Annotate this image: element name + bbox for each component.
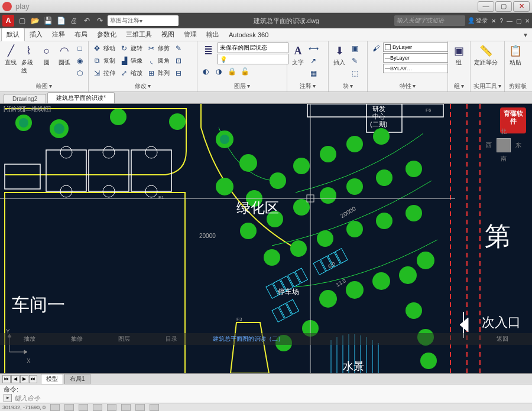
tab-view[interactable]: 视图: [157, 28, 179, 41]
history-item[interactable]: 图层: [118, 335, 130, 343]
layer-current-combo[interactable]: 💡: [218, 54, 288, 64]
lwt-toggle[interactable]: [150, 404, 159, 411]
snap-toggle[interactable]: [50, 404, 60, 411]
tab-output[interactable]: 输出: [202, 28, 224, 41]
scale-button[interactable]: ⤢缩放: [118, 67, 144, 79]
exchange-icon[interactable]: ✕: [491, 18, 496, 24]
viewport-label[interactable]: [-][俯视][二维线框]: [4, 105, 51, 113]
dim-button[interactable]: ⟷: [307, 43, 319, 54]
maximize-button[interactable]: ▢: [495, 1, 512, 12]
tab-default[interactable]: 默认: [1, 28, 25, 41]
tab-first-icon[interactable]: ⏮: [2, 375, 11, 383]
close-button[interactable]: ✕: [513, 1, 530, 12]
insert-button[interactable]: ⬇插入: [331, 43, 348, 68]
modify-extra3[interactable]: ⊟: [173, 67, 184, 79]
inner-min[interactable]: —: [507, 18, 512, 24]
history-item[interactable]: 抽修: [71, 335, 83, 343]
circle-button[interactable]: ○圆: [38, 43, 55, 68]
modify-extra1[interactable]: ✎: [173, 43, 184, 54]
plot-icon[interactable]: 🖨: [69, 15, 79, 26]
open-icon[interactable]: 📂: [30, 15, 40, 26]
line-button[interactable]: ╱直线: [2, 43, 19, 68]
doctab-current[interactable]: 建筑总平面的识读*: [47, 92, 115, 103]
group-button[interactable]: ▣组: [450, 43, 467, 68]
osnap-toggle[interactable]: [107, 404, 116, 411]
rotate-button[interactable]: ↻旋转: [118, 43, 144, 54]
stretch-button[interactable]: ⇲拉伸: [91, 67, 117, 79]
arc-button[interactable]: ◠圆弧: [56, 43, 73, 68]
rotate-icon: ↻: [120, 44, 128, 53]
trim-button[interactable]: ✂修剪: [145, 43, 171, 54]
tab-annotate[interactable]: 注释: [47, 28, 70, 41]
measure-button[interactable]: 📏定距等分: [473, 43, 499, 68]
drawing-canvas[interactable]: [-][俯视][二维线框] 绿化区 车间一 停车场 水景 研发 中心 (二期) …: [0, 104, 532, 373]
help-search[interactable]: 输入关键字或短语: [394, 15, 465, 26]
move-button[interactable]: ✥移动: [91, 43, 117, 54]
mirror-button[interactable]: ▟镜像: [118, 55, 144, 67]
layer-tool4[interactable]: 🔓: [239, 66, 251, 77]
lineweight-combo[interactable]: — ByLayer: [383, 53, 448, 63]
save-icon[interactable]: 💾: [43, 15, 53, 26]
command-line[interactable]: 命令: ▸ 键入命令: [0, 384, 532, 403]
polar-toggle[interactable]: [93, 404, 102, 411]
linetype-combo[interactable]: — BYLAY…: [383, 64, 448, 73]
undo-icon[interactable]: ↶: [82, 15, 92, 26]
paste-button[interactable]: 📋粘贴: [507, 43, 524, 68]
history-item[interactable]: 抽放: [24, 335, 35, 343]
help-icon[interactable]: ?: [499, 18, 503, 24]
label-bigchar: 第: [485, 219, 511, 254]
otrack-toggle[interactable]: [121, 404, 131, 411]
tab-autodesk360[interactable]: Autodesk 360: [224, 30, 273, 40]
workspace-selector[interactable]: 草图与注释 ▾: [108, 15, 179, 26]
new-icon[interactable]: ▢: [17, 15, 27, 26]
fillet-button[interactable]: ◟圆角: [145, 55, 171, 67]
tab-layout[interactable]: 布局: [70, 28, 92, 41]
tab-insert[interactable]: 插入: [25, 28, 47, 41]
inner-close[interactable]: ✕: [525, 18, 530, 24]
viewcube-top[interactable]: [497, 138, 511, 152]
history-item[interactable]: 目录: [166, 335, 177, 343]
polyline-button[interactable]: ⌇多段线: [20, 43, 37, 76]
layout1-tab[interactable]: 布局1: [64, 374, 90, 384]
match-props-button[interactable]: 🖌: [370, 43, 382, 54]
copy-button[interactable]: ⧉复制: [91, 55, 117, 67]
draw-extra2[interactable]: ◉: [74, 55, 86, 67]
login-button[interactable]: 👤 登录: [468, 17, 488, 25]
layer-tool2[interactable]: ◑: [213, 66, 225, 77]
model-tab[interactable]: 模型: [41, 374, 63, 384]
viewcube[interactable]: 北 南 东 西: [486, 128, 521, 163]
modify-extra2[interactable]: ⊡: [173, 55, 184, 67]
minimize-button[interactable]: —: [478, 1, 494, 12]
history-current[interactable]: 建筑总平面图的识读（二）: [213, 335, 284, 343]
grid-toggle[interactable]: [64, 404, 74, 411]
layer-tool1[interactable]: ◐: [200, 66, 212, 77]
block-tool2[interactable]: ✎: [349, 55, 361, 67]
tab-3dtools[interactable]: 三维工具: [121, 28, 157, 41]
text-button[interactable]: A文字: [290, 43, 306, 68]
tab-prev-icon[interactable]: ◀: [11, 375, 20, 383]
leader-button[interactable]: ↗: [307, 55, 319, 67]
table-button[interactable]: ▦: [307, 67, 319, 79]
saveas-icon[interactable]: 📄: [56, 15, 66, 26]
dyn-toggle[interactable]: [135, 404, 145, 411]
array-button[interactable]: ⊞阵列: [145, 67, 171, 79]
history-back[interactable]: 返回: [497, 335, 508, 343]
draw-extra1[interactable]: □: [74, 43, 86, 54]
layer-state-combo[interactable]: 未保存的图层状态: [218, 43, 288, 53]
ortho-toggle[interactable]: [79, 404, 88, 411]
app-logo[interactable]: A: [2, 15, 14, 27]
color-combo[interactable]: ByLayer: [383, 43, 448, 52]
doctab-drawing2[interactable]: Drawing2: [4, 94, 46, 103]
block-tool1[interactable]: ▣: [349, 43, 361, 54]
layer-props-button[interactable]: ≣: [200, 43, 216, 64]
redo-icon[interactable]: ↷: [95, 15, 105, 26]
draw-extra3[interactable]: ⬡: [74, 67, 86, 79]
tab-parametric[interactable]: 参数化: [92, 28, 121, 41]
tab-last-icon[interactable]: ⏭: [29, 375, 37, 383]
tab-manage[interactable]: 管理: [179, 28, 202, 41]
inner-max[interactable]: ▢: [516, 18, 521, 24]
tab-next-icon[interactable]: ▶: [20, 375, 28, 383]
block-tool3[interactable]: ⬚: [349, 67, 361, 79]
ribbon-collapse-icon[interactable]: ▾: [520, 30, 531, 40]
layer-tool3[interactable]: 🔒: [226, 66, 238, 77]
